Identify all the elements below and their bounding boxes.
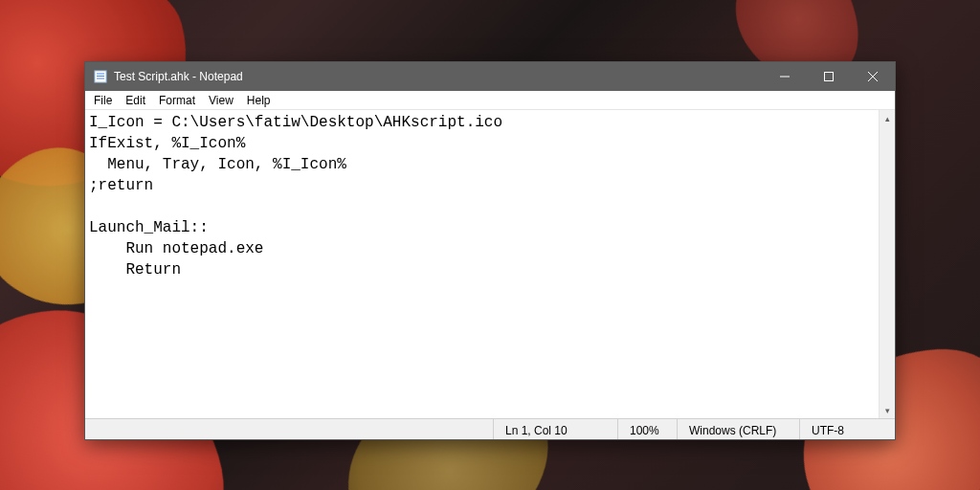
notepad-app-icon: [93, 69, 108, 84]
scroll-down-icon[interactable]: ▾: [880, 402, 895, 418]
window-controls: [763, 62, 895, 91]
editor-area: I_Icon = C:\Users\fatiw\Desktop\AHKscrip…: [85, 110, 895, 418]
svg-rect-5: [825, 73, 834, 81]
maximize-button[interactable]: [807, 62, 851, 91]
status-line-ending: Windows (CRLF): [677, 419, 799, 439]
close-button[interactable]: [851, 62, 895, 91]
status-zoom: 100%: [617, 419, 677, 439]
status-encoding: UTF-8: [799, 419, 895, 439]
vertical-scrollbar[interactable]: ▴ ▾: [879, 110, 895, 418]
menu-help[interactable]: Help: [240, 93, 278, 108]
scroll-up-icon[interactable]: ▴: [880, 110, 895, 126]
window-title: Test Script.ahk - Notepad: [114, 70, 243, 83]
menubar: File Edit Format View Help: [85, 91, 895, 110]
text-editor[interactable]: I_Icon = C:\Users\fatiw\Desktop\AHKscrip…: [85, 110, 879, 418]
menu-edit[interactable]: Edit: [119, 93, 152, 108]
statusbar: Ln 1, Col 10 100% Windows (CRLF) UTF-8: [85, 418, 895, 439]
menu-file[interactable]: File: [87, 93, 119, 108]
menu-format[interactable]: Format: [152, 93, 202, 108]
statusbar-spacer: [85, 419, 493, 439]
minimize-icon: [780, 72, 790, 81]
maximize-icon: [824, 72, 834, 81]
close-icon: [868, 72, 878, 81]
notepad-window: Test Script.ahk - Notepad File: [84, 61, 896, 440]
minimize-button[interactable]: [763, 62, 807, 91]
titlebar[interactable]: Test Script.ahk - Notepad: [85, 62, 895, 91]
menu-view[interactable]: View: [202, 93, 240, 108]
status-cursor-position: Ln 1, Col 10: [493, 419, 617, 439]
